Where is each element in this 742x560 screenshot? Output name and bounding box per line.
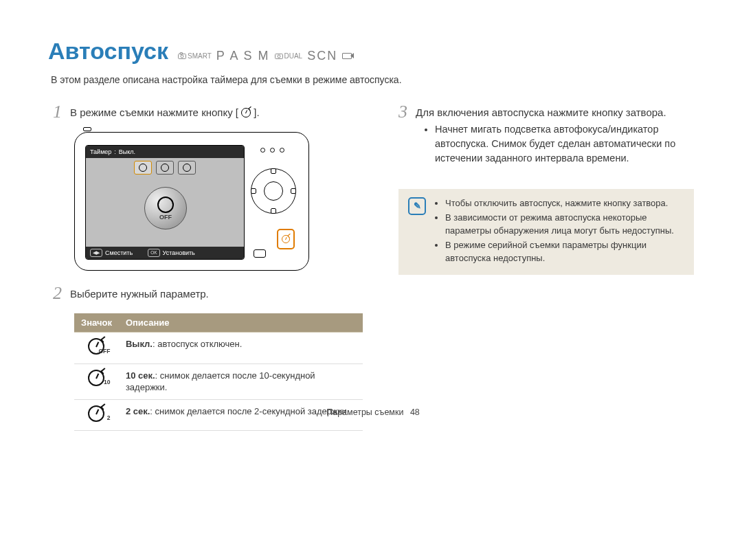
table-header-row: Значок Описание <box>74 313 363 333</box>
camera-dpad <box>251 168 296 214</box>
page-title: Автоспуск <box>48 38 168 65</box>
row-10s-icon-cell: 10 <box>74 363 119 399</box>
row-text: : автоспуск отключен. <box>153 339 242 349</box>
step-1-post: ]. <box>254 107 259 118</box>
page: Автоспуск SMART P A S M DUAL SCN <box>0 0 742 431</box>
smart-mode-icon: SMART <box>178 52 212 60</box>
table-row: 10 10 сек.: снимок делается после 10-сек… <box>74 363 363 399</box>
screen-options-row <box>86 161 244 175</box>
intro-text: В этом разделе описана настройка таймера… <box>51 74 694 85</box>
dial-label: OFF <box>159 214 172 221</box>
title-row: Автоспуск SMART P A S M DUAL SCN <box>48 38 694 65</box>
left-column: 1 В режиме съемки нажмите кнопку [ ]. Та… <box>48 103 363 431</box>
icon-sub: OFF <box>98 348 110 355</box>
step-2-text: Выберите нужный параметр. <box>70 284 209 301</box>
screen-body: OFF <box>86 158 244 247</box>
th-desc: Описание <box>119 313 363 333</box>
mode-strip: SMART P A S M DUAL SCN <box>178 49 352 63</box>
timer-button-icon <box>282 235 290 243</box>
timer-10s-icon: 10 <box>88 370 104 386</box>
screen-big-dial: OFF <box>144 187 187 229</box>
row-off-desc: Выкл.: автоспуск отключен. <box>119 333 363 364</box>
step-3-bullets: Начнет мигать подсветка автофокуса/индик… <box>423 122 694 166</box>
step-number: 1 <box>48 103 62 121</box>
option-10s-icon <box>156 161 174 175</box>
screen-ok-label: Установить <box>163 249 195 256</box>
row-off-icon-cell: OFF <box>74 333 119 364</box>
screen-top-sep: : <box>114 148 116 155</box>
screen-topbar: Таймер : Выкл. <box>86 146 244 158</box>
dual-label: DUAL <box>284 52 303 60</box>
note-icon: ✎ <box>408 197 426 215</box>
camera-small-button <box>254 249 266 258</box>
video-mode-icon <box>342 53 352 59</box>
icon-sub: 10 <box>104 379 110 386</box>
dpad-down-icon <box>271 208 276 214</box>
list-item: Чтобы отключить автоспуск, нажмите кнопк… <box>445 197 684 210</box>
highlighted-timer-button <box>277 229 295 249</box>
camera-illustration: Таймер : Выкл. OF <box>74 132 363 271</box>
pasm-modes: P A S M <box>216 49 270 63</box>
row-bold: 10 сек. <box>126 370 155 381</box>
option-2s-icon <box>178 161 196 175</box>
th-icon: Значок <box>74 313 119 333</box>
dual-mode-icon: DUAL <box>275 52 303 60</box>
svg-rect-1 <box>180 53 183 55</box>
screen-bottombar: ◀▶ Сместить OK Установить <box>86 247 244 259</box>
row-10s-desc: 10 сек.: снимок делается после 10-секунд… <box>119 363 363 399</box>
right-column: 3 Для включения автоспуска нажмите кнопк… <box>398 103 694 431</box>
page-footer: Параметры съемки 48 <box>0 407 742 417</box>
svg-point-4 <box>278 55 280 58</box>
option-off-icon <box>134 161 152 175</box>
step-3-title: Для включения автоспуска нажмите кнопку … <box>416 107 666 118</box>
screen-top-label: Таймер <box>90 148 111 155</box>
camera-body: Таймер : Выкл. OF <box>74 132 309 271</box>
step-3: 3 Для включения автоспуска нажмите кнопк… <box>398 103 694 178</box>
dial-timer-icon <box>157 197 174 213</box>
nav-key-icon: ◀▶ <box>90 249 102 257</box>
step-1-text: В режиме съемки нажмите кнопку [ ]. <box>70 103 260 120</box>
content-columns: 1 В режиме съемки нажмите кнопку [ ]. Та… <box>48 103 694 431</box>
step-1-pre: В режиме съемки нажмите кнопку [ <box>70 107 238 118</box>
screen-top-value: Выкл. <box>119 148 135 155</box>
list-item: Начнет мигать подсветка автофокуса/индик… <box>435 122 694 166</box>
dpad-right-icon <box>291 188 296 194</box>
footer-page: 48 <box>410 407 420 417</box>
step-1: 1 В режиме съемки нажмите кнопку [ ]. <box>48 103 363 121</box>
dpad-left-icon <box>251 188 256 194</box>
ok-key-icon: OK <box>148 249 159 257</box>
dpad-up-icon <box>271 168 276 174</box>
note-list: Чтобы отключить автоспуск, нажмите кнопк… <box>434 197 684 266</box>
timer-icon <box>241 108 251 117</box>
step-3-text: Для включения автоспуска нажмите кнопку … <box>416 103 694 178</box>
step-number: 2 <box>48 284 62 302</box>
smart-label: SMART <box>188 52 212 60</box>
note-glyph: ✎ <box>414 200 421 213</box>
timer-off-icon: OFF <box>88 338 104 355</box>
camera-screen: Таймер : Выкл. OF <box>85 145 245 260</box>
table-row: OFF Выкл.: автоспуск отключен. <box>74 333 363 364</box>
step-2: 2 Выберите нужный параметр. <box>48 284 363 302</box>
list-item: В зависимости от режима автоспуска некот… <box>445 212 684 238</box>
scn-mode: SCN <box>307 49 337 63</box>
screen-move-label: Сместить <box>105 249 133 256</box>
list-item: В режиме серийной съемки параметры функц… <box>445 239 684 265</box>
row-bold: Выкл. <box>126 339 153 349</box>
footer-section: Параметры съемки <box>326 407 403 417</box>
camera-control-dots <box>260 148 284 153</box>
svg-point-2 <box>181 55 183 58</box>
step-number: 3 <box>398 103 407 121</box>
note-box: ✎ Чтобы отключить автоспуск, нажмите кно… <box>398 189 694 274</box>
